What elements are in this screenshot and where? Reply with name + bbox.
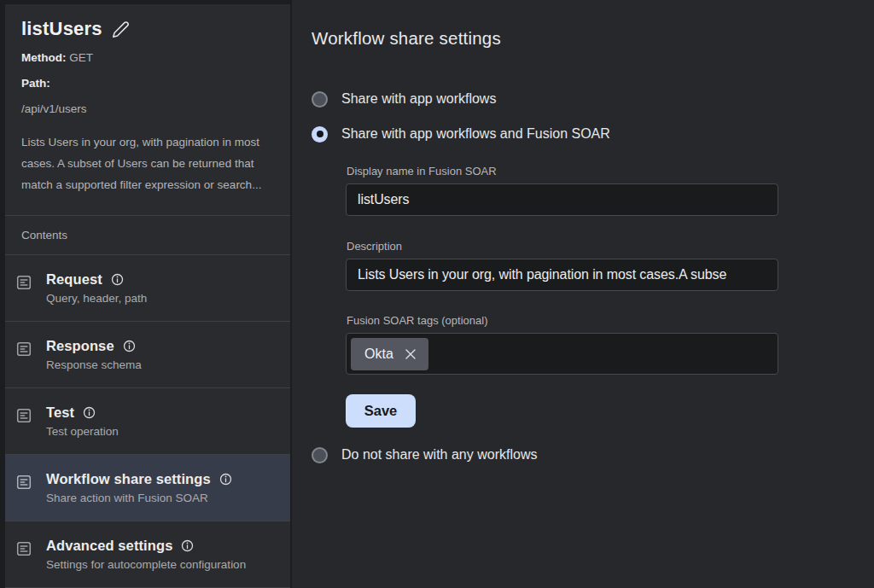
display-name-label: Display name in Fusion SOAR (347, 165, 778, 178)
method-label: Method: (21, 51, 66, 64)
save-button[interactable]: Save (346, 394, 416, 428)
sidebar-item-subtitle: Query, header, path (46, 292, 147, 305)
method-value: GET (69, 51, 93, 64)
tag-chip-okta: Okta (351, 338, 428, 370)
tags-input[interactable]: Okta (346, 333, 778, 375)
tag-chip-label: Okta (364, 346, 393, 362)
page-title: Workflow share settings (312, 28, 874, 49)
sidebar-item-subtitle: Share action with Fusion SOAR (46, 492, 232, 504)
sidebar-item-title: Workflow share settings (46, 471, 211, 487)
tags-label: Fusion SOAR tags (optional) (347, 314, 778, 327)
operation-title: listUsers (21, 18, 102, 40)
sidebar-item-request[interactable]: Request Query, header, path (5, 255, 290, 322)
path-label: Path: (21, 77, 50, 90)
sidebar-item-workflow-share-settings[interactable]: Workflow share settings Share action wit… (5, 455, 290, 521)
operation-description: Lists Users in your org, with pagination… (21, 131, 271, 195)
radio-button[interactable] (312, 126, 328, 143)
pencil-icon[interactable] (112, 20, 130, 38)
sidebar-nav: Request Query, header, path (5, 255, 290, 588)
close-icon[interactable] (405, 348, 417, 360)
document-icon (16, 275, 32, 290)
description-label: Description (347, 240, 778, 253)
sidebar-item-title: Test (46, 405, 74, 421)
info-icon[interactable] (111, 273, 124, 286)
radio-row-do-not-share[interactable]: Do not share with any workflows (312, 446, 874, 463)
operation-summary: listUsers Method: GET Path: /api/v1/user… (5, 4, 290, 216)
description-input[interactable] (346, 259, 778, 291)
info-icon[interactable] (123, 340, 136, 352)
sidebar: listUsers Method: GET Path: /api/v1/user… (0, 0, 292, 588)
info-icon[interactable] (219, 473, 232, 486)
radio-button[interactable] (312, 91, 328, 108)
radio-label: Share with app workflows (341, 91, 496, 107)
fusion-soar-share-form: Display name in Fusion SOAR Description … (346, 165, 778, 428)
contents-label: Contents (5, 216, 290, 255)
document-icon (16, 341, 32, 357)
radio-label: Share with app workflows and Fusion SOAR (341, 126, 610, 142)
radio-button[interactable] (312, 447, 328, 463)
sidebar-item-response[interactable]: Response Response schema (5, 322, 290, 388)
sidebar-item-title: Request (46, 271, 102, 288)
display-name-input[interactable] (346, 183, 778, 216)
sidebar-item-title: Response (46, 338, 114, 354)
info-icon[interactable] (83, 406, 96, 419)
sidebar-item-title: Advanced settings (46, 538, 172, 554)
sidebar-item-subtitle: Response schema (46, 358, 142, 371)
document-icon (16, 541, 32, 556)
radio-label: Do not share with any workflows (341, 447, 537, 463)
document-icon (16, 474, 32, 490)
sidebar-item-subtitle: Settings for autocomplete configuration (46, 558, 246, 571)
sidebar-item-subtitle: Test operation (46, 425, 119, 438)
document-icon (16, 408, 32, 423)
info-icon[interactable] (181, 539, 194, 552)
sidebar-item-advanced-settings[interactable]: Advanced settings Settings for autocompl… (5, 521, 290, 588)
radio-row-share-app-workflows-fusion-soar[interactable]: Share with app workflows and Fusion SOAR (312, 125, 874, 143)
radio-row-share-app-workflows[interactable]: Share with app workflows (312, 90, 874, 108)
operation-settings-window: listUsers Method: GET Path: /api/v1/user… (0, 0, 874, 588)
path-value: /api/v1/users (21, 102, 87, 115)
workflow-share-settings-panel: Workflow share settings Share with app w… (292, 0, 874, 588)
sidebar-item-test[interactable]: Test Test operation (5, 388, 290, 455)
sidebar-panel: listUsers Method: GET Path: /api/v1/user… (5, 4, 290, 588)
